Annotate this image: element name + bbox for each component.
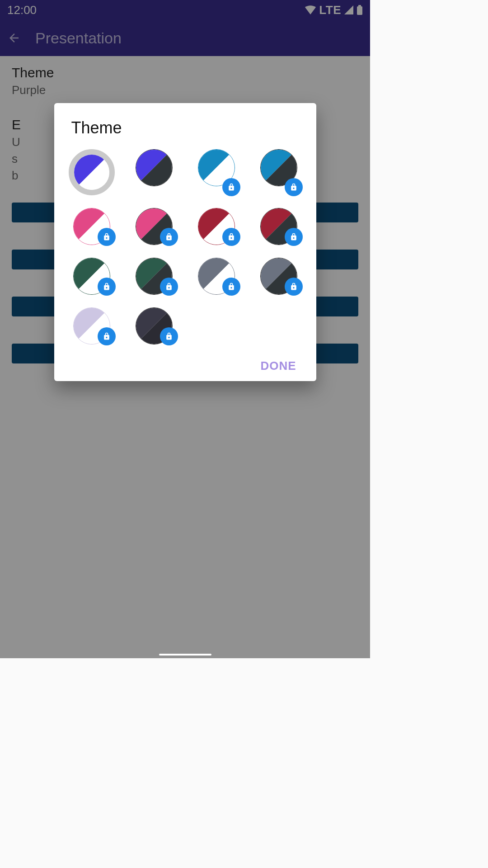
theme-swatch-purple-light[interactable] [67, 149, 117, 195]
dialog-actions: DONE [66, 359, 305, 373]
lock-icon [222, 178, 240, 196]
theme-swatch-green-light[interactable] [67, 258, 117, 295]
lock-icon [160, 327, 178, 345]
lock-icon [222, 278, 240, 296]
theme-swatch-grey-light[interactable] [192, 258, 241, 295]
theme-swatch-blue-dark[interactable] [254, 149, 304, 195]
theme-dialog: Theme DONE [54, 103, 316, 381]
lock-icon [285, 278, 303, 296]
lock-icon [160, 228, 178, 246]
theme-swatch-maroon-light[interactable] [192, 208, 241, 245]
swatch-grid [66, 149, 305, 344]
theme-swatch-lilac-dark[interactable] [129, 307, 179, 344]
lock-icon [98, 327, 116, 345]
theme-swatch-pink-light[interactable] [67, 208, 117, 245]
theme-swatch-green-dark[interactable] [129, 258, 179, 295]
done-button[interactable]: DONE [260, 359, 296, 373]
home-indicator [159, 654, 211, 656]
dialog-title: Theme [71, 118, 305, 137]
lock-icon [98, 278, 116, 296]
theme-swatch-grey-dark[interactable] [254, 258, 304, 295]
theme-swatch-lilac-light[interactable] [67, 307, 117, 344]
theme-swatch-maroon-dark[interactable] [254, 208, 304, 245]
lock-icon [285, 178, 303, 196]
lock-icon [160, 278, 178, 296]
lock-icon [285, 228, 303, 246]
lock-icon [222, 228, 240, 246]
theme-swatch-blue-light[interactable] [192, 149, 241, 195]
theme-swatch-pink-dark[interactable] [129, 208, 179, 245]
theme-swatch-purple-dark[interactable] [129, 149, 179, 195]
lock-icon [98, 228, 116, 246]
